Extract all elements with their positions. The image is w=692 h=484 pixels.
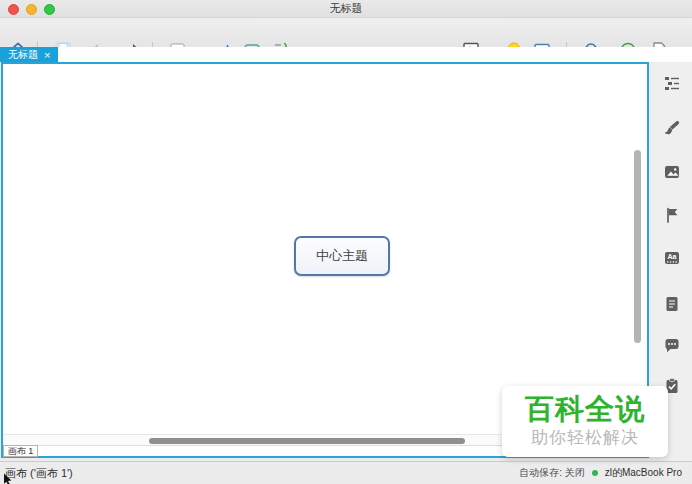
document-tabbar: 无标题 × [0,47,692,62]
mouse-cursor-icon [3,473,13,484]
sheet-tab-canvas1[interactable]: 画布 1 [3,445,38,457]
format-icon [663,74,681,92]
vertical-scrollbar-thumb[interactable] [634,150,641,343]
format-panel-button[interactable] [662,73,682,93]
theme-panel-button[interactable] [662,118,682,138]
central-topic-label: 中心主题 [316,247,368,265]
insert-image-button[interactable] [662,162,682,182]
close-window-button[interactable] [8,4,19,15]
statusbar: 画布 ('画布 1') 自动保存: 关闭 zl的MacBook Pro [0,461,692,484]
tab-untitled[interactable]: 无标题 × [0,47,58,62]
watermark-subtitle: 助你轻松解决 [531,426,639,449]
device-name-text: zl的MacBook Pro [605,466,682,480]
sheet-tab-label: 画布 1 [8,445,34,458]
comment-icon [663,337,681,355]
image-icon [663,163,681,181]
close-tab-icon[interactable]: × [44,50,50,60]
watermark-title: 百科全说 [525,394,645,424]
sheet-info-text: 画布 ('画布 1') [5,466,73,481]
traffic-lights [8,4,55,15]
tab-label: 无标题 [8,48,38,62]
zoom-window-button[interactable] [44,4,55,15]
sticker-aa-icon: Aa [663,249,681,267]
minimize-window-button[interactable] [26,4,37,15]
notes-icon [663,295,681,313]
notes-panel-button[interactable] [662,294,682,314]
titlebar: 无标题 [0,0,692,18]
toolbar [0,18,692,47]
comment-panel-button[interactable] [662,336,682,356]
watermark-overlay: 百科全说 助你轻松解决 [502,386,668,457]
central-topic-node[interactable]: 中心主题 [294,236,390,276]
online-status-icon [592,470,598,476]
paintbrush-icon [663,119,681,137]
window-title: 无标题 [330,1,363,16]
svg-text:Aa: Aa [668,253,677,260]
flag-icon [663,206,681,224]
autosave-status-text: 自动保存: 关闭 [519,466,585,480]
sticker-panel-button[interactable]: Aa [662,248,682,268]
horizontal-scrollbar-thumb[interactable] [149,438,465,444]
app-window: 无标题 [0,0,692,484]
marker-panel-button[interactable] [662,205,682,225]
